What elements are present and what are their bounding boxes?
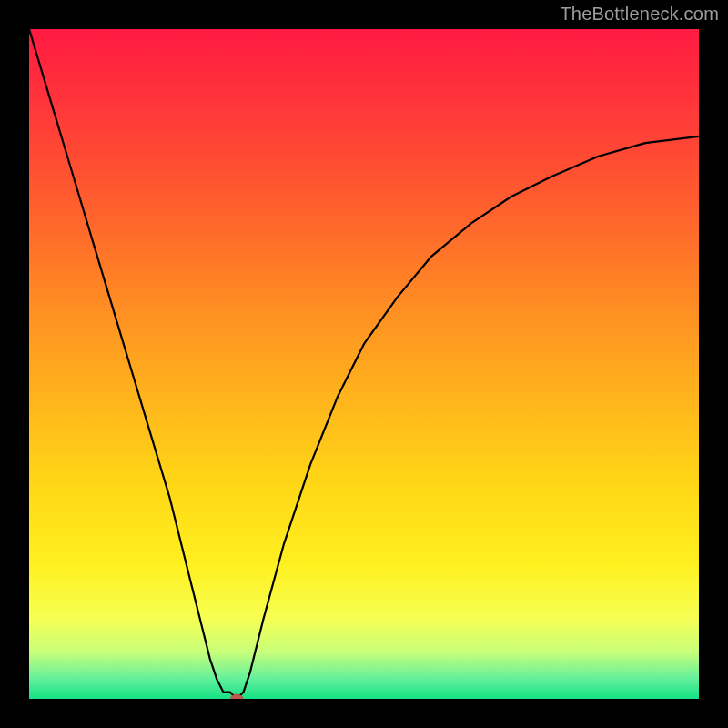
attribution-text: TheBottleneck.com [560,4,719,25]
plot-area [29,29,699,699]
chart-stage: TheBottleneck.com [0,0,728,728]
bottleneck-curve [29,29,699,699]
curve-layer [29,29,699,699]
